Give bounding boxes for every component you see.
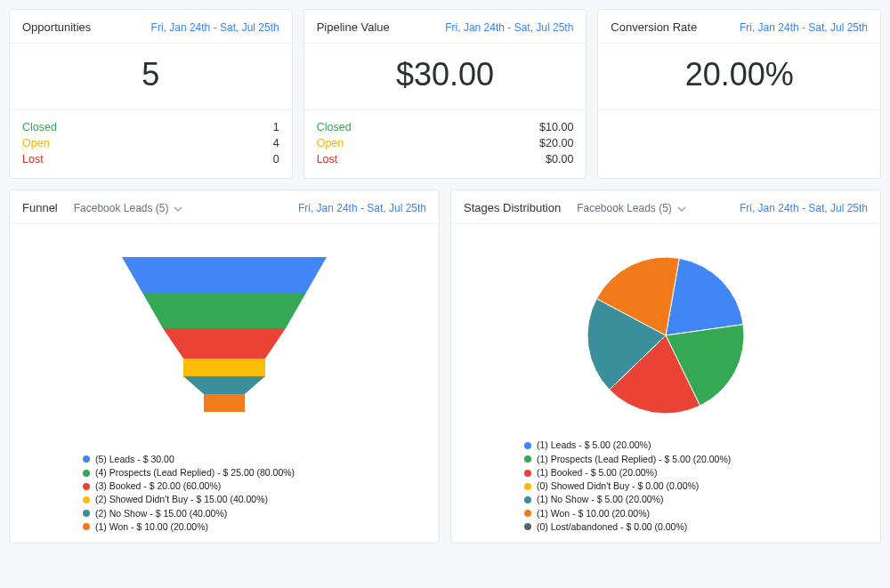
value-lost: 0 — [273, 153, 279, 165]
chevron-down-icon — [174, 204, 182, 213]
legend-dot — [524, 470, 531, 477]
legend-dot — [524, 510, 531, 517]
label-lost: Lost — [317, 153, 338, 165]
opportunities-breakdown: Closed1 Open4 Lost0 — [10, 110, 292, 178]
pipeline-breakdown: Closed$10.00 Open$20.00 Lost$0.00 — [304, 110, 587, 178]
legend-label: (3) Booked - $ 20.00 (60.00%) — [95, 479, 221, 493]
legend-item: (0) Lost/abandoned - $ 0.00 (0.00%) — [524, 520, 870, 534]
label-closed: Closed — [317, 121, 352, 133]
svg-marker-4 — [183, 376, 265, 394]
date-range[interactable]: Fri, Jan 24th - Sat, Jul 25th — [740, 21, 868, 34]
funnel-legend: (5) Leads - $ 30.00(4) Prospects (Lead R… — [20, 453, 428, 534]
card-conversion-rate: Conversion Rate Fri, Jan 24th - Sat, Jul… — [597, 9, 881, 179]
svg-marker-2 — [163, 328, 286, 358]
legend-item: (2) Showed Didn't Buy - $ 15.00 (40.00%) — [83, 493, 428, 506]
legend-item: (4) Prospects (Lead Replied) - $ 25.00 (… — [83, 466, 428, 479]
card-header: Funnel Facebook Leads (5) Fri, Jan 24th … — [10, 190, 439, 224]
legend-dot — [83, 496, 90, 503]
opportunities-value: 5 — [10, 44, 292, 110]
stages-pie-chart — [462, 231, 870, 439]
date-range[interactable]: Fri, Jan 24th - Sat, Jul 25th — [298, 202, 426, 214]
svg-marker-3 — [183, 358, 265, 376]
card-header: Opportunities Fri, Jan 24th - Sat, Jul 2… — [10, 10, 292, 44]
legend-item: (1) No Show - $ 5.00 (20.00%) — [524, 493, 870, 506]
legend-item: (1) Prospects (Lead Replied) - $ 5.00 (2… — [524, 453, 870, 466]
card-opportunities: Opportunities Fri, Jan 24th - Sat, Jul 2… — [9, 9, 293, 179]
legend-dot — [83, 483, 90, 490]
card-header: Stages Distribution Facebook Leads (5) F… — [451, 190, 880, 224]
svg-marker-5 — [204, 394, 245, 412]
dropdown-label: Facebook Leads (5) — [577, 202, 672, 214]
legend-dot — [524, 455, 531, 463]
legend-item: (1) Won - $ 10.00 (20.00%) — [524, 507, 870, 520]
date-range[interactable]: Fri, Jan 24th - Sat, Jul 25th — [445, 21, 573, 34]
legend-label: (1) Booked - $ 5.00 (20.00%) — [537, 466, 657, 479]
legend-label: (0) Showed Didn't Buy - $ 0.00 (0.00%) — [537, 479, 699, 493]
legend-label: (1) Leads - $ 5.00 (20.00%) — [537, 439, 651, 452]
value-open: 4 — [273, 137, 279, 149]
date-range[interactable]: Fri, Jan 24th - Sat, Jul 25th — [740, 202, 868, 214]
legend-dot — [524, 523, 531, 530]
legend-label: (1) No Show - $ 5.00 (20.00%) — [537, 493, 663, 506]
card-title: Conversion Rate — [611, 20, 697, 34]
label-open: Open — [317, 137, 344, 149]
value-open: $20.00 — [539, 137, 573, 149]
funnel-pipeline-dropdown[interactable]: Facebook Leads (5) — [74, 202, 183, 214]
legend-item: (1) Won - $ 10.00 (20.00%) — [83, 520, 428, 534]
stages-pipeline-dropdown[interactable]: Facebook Leads (5) — [577, 202, 686, 214]
label-lost: Lost — [22, 153, 44, 165]
legend-label: (2) Showed Didn't Buy - $ 15.00 (40.00%) — [95, 493, 268, 506]
legend-dot — [83, 510, 90, 517]
legend-label: (5) Leads - $ 30.00 — [95, 453, 174, 466]
card-title: Funnel — [22, 201, 58, 214]
label-closed: Closed — [22, 121, 57, 133]
legend-dot — [83, 523, 90, 530]
card-header: Conversion Rate Fri, Jan 24th - Sat, Jul… — [598, 10, 880, 44]
legend-dot — [83, 470, 90, 477]
value-closed: 1 — [273, 121, 279, 133]
legend-dot — [524, 483, 531, 490]
legend-dot — [83, 455, 90, 463]
card-funnel: Funnel Facebook Leads (5) Fri, Jan 24th … — [9, 189, 440, 544]
svg-marker-1 — [142, 293, 306, 328]
legend-label: (0) Lost/abandoned - $ 0.00 (0.00%) — [537, 520, 687, 534]
card-stages-distribution: Stages Distribution Facebook Leads (5) F… — [450, 189, 881, 544]
label-open: Open — [22, 137, 50, 149]
legend-item: (0) Showed Didn't Buy - $ 0.00 (0.00%) — [524, 479, 870, 493]
chevron-down-icon — [677, 204, 686, 213]
legend-label: (1) Won - $ 10.00 (20.00%) — [537, 507, 650, 520]
legend-dot — [524, 442, 531, 449]
stages-legend: (1) Leads - $ 5.00 (20.00%)(1) Prospects… — [462, 439, 870, 534]
funnel-chart — [20, 231, 428, 453]
legend-item: (2) No Show - $ 15.00 (40.00%) — [83, 507, 428, 520]
legend-label: (1) Prospects (Lead Replied) - $ 5.00 (2… — [537, 453, 731, 466]
svg-marker-0 — [122, 257, 327, 293]
conversion-value: 20.00% — [598, 44, 880, 110]
legend-item: (1) Leads - $ 5.00 (20.00%) — [524, 439, 870, 452]
dropdown-label: Facebook Leads (5) — [74, 202, 169, 214]
legend-item: (5) Leads - $ 30.00 — [83, 453, 428, 466]
card-title: Opportunities — [22, 20, 91, 34]
card-pipeline-value: Pipeline Value Fri, Jan 24th - Sat, Jul … — [303, 9, 587, 179]
legend-item: (1) Booked - $ 5.00 (20.00%) — [524, 466, 870, 479]
legend-item: (3) Booked - $ 20.00 (60.00%) — [83, 479, 428, 493]
value-closed: $10.00 — [539, 121, 573, 133]
legend-label: (4) Prospects (Lead Replied) - $ 25.00 (… — [95, 466, 295, 479]
value-lost: $0.00 — [546, 153, 573, 165]
pipeline-value: $30.00 — [304, 44, 587, 110]
card-header: Pipeline Value Fri, Jan 24th - Sat, Jul … — [304, 10, 587, 44]
legend-label: (1) Won - $ 10.00 (20.00%) — [95, 520, 208, 534]
card-title: Stages Distribution — [464, 201, 561, 214]
legend-label: (2) No Show - $ 15.00 (40.00%) — [95, 507, 227, 520]
card-title: Pipeline Value — [317, 20, 390, 34]
date-range[interactable]: Fri, Jan 24th - Sat, Jul 25th — [151, 21, 279, 34]
legend-dot — [524, 496, 531, 503]
